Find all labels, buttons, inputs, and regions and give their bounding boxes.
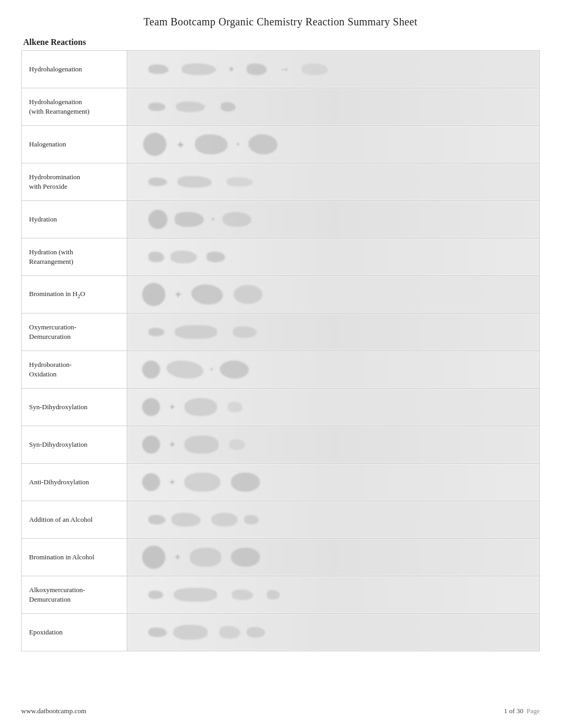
table-row: Alkoxymercuration-Demurcuration: [22, 576, 540, 614]
reaction-diagram: [127, 163, 540, 201]
reaction-diagram: + +: [127, 126, 540, 163]
reaction-diagram: [127, 576, 540, 614]
table-row: Anti-Dihydroxylation +: [22, 464, 540, 501]
diagram-8: [127, 314, 539, 351]
reaction-label-addition-alcohol: Addition of an Alcohol: [22, 501, 127, 539]
reaction-label: Hydration: [22, 201, 127, 238]
diagram-11: +: [127, 426, 539, 463]
reaction-diagram: +: [127, 276, 540, 314]
table-row: Hydration (withRearrangement): [22, 238, 540, 276]
section-heading: Alkene Reactions: [23, 38, 540, 47]
reaction-diagram: [127, 88, 540, 126]
diagram-12: +: [127, 464, 539, 501]
reaction-label: Anti-Dihydroxylation: [22, 464, 127, 501]
reaction-diagram: +: [127, 201, 540, 238]
diagram-1: + →: [127, 51, 539, 88]
reaction-label: Oxymercuration-Demurcuration: [22, 314, 127, 351]
page-title: Team Bootcamp Organic Chemistry Reaction…: [21, 16, 540, 28]
diagram-9: +: [127, 351, 539, 388]
diagram-13: [127, 501, 539, 538]
reaction-diagram: +: [127, 539, 540, 576]
reaction-label: Bromination in Alcohol: [22, 539, 127, 576]
reaction-diagram: [127, 614, 540, 651]
diagram-10: +: [127, 389, 539, 426]
page-label: Page: [527, 707, 540, 715]
reactions-table: Hydrohalogenation + → Hydrohalogenation(…: [21, 50, 540, 651]
reaction-label: Hydrohalogenation(with Rearrangement): [22, 88, 127, 126]
diagram-2: [127, 88, 539, 125]
reaction-diagram: +: [127, 426, 540, 464]
diagram-6: [127, 238, 539, 275]
table-row: Syn-Dihydroxylation +: [22, 389, 540, 426]
diagram-5: +: [127, 201, 539, 238]
diagram-4: [127, 163, 539, 200]
reaction-label: Hydration (withRearrangement): [22, 238, 127, 276]
reaction-diagram: + →: [127, 51, 540, 88]
table-row: Epoxidation: [22, 614, 540, 651]
reaction-diagram: [127, 501, 540, 539]
table-row: Hydrohalogenation + →: [22, 51, 540, 88]
page-footer: www.datbootcamp.com 1 of 30 Page: [21, 707, 540, 715]
diagram-7: +: [127, 276, 539, 313]
reaction-diagram: [127, 238, 540, 276]
page-number: 1 of 30: [504, 707, 523, 715]
diagram-14: +: [127, 539, 539, 576]
reaction-label: Syn-Dihydroxylation: [22, 389, 127, 426]
table-row: Addition of an Alcohol: [22, 501, 540, 539]
reaction-diagram: +: [127, 351, 540, 389]
table-row: Bromination in H2O +: [22, 276, 540, 314]
table-row: Hydrohalogenation(with Rearrangement): [22, 88, 540, 126]
table-row: Hydration +: [22, 201, 540, 238]
table-row: Syn-Dihydroxylation +: [22, 426, 540, 464]
footer-url: www.datbootcamp.com: [21, 707, 86, 715]
reaction-label: Alkoxymercuration-Demurcuration: [22, 576, 127, 614]
diagram-15: [127, 576, 539, 613]
table-row: Oxymercuration-Demurcuration: [22, 314, 540, 351]
page-container: Team Bootcamp Organic Chemistry Reaction…: [0, 0, 561, 728]
table-row: Hydroboration-Oxidation +: [22, 351, 540, 389]
table-row: Halogenation + +: [22, 126, 540, 163]
reaction-label: Halogenation: [22, 126, 127, 163]
diagram-16: [127, 614, 539, 651]
reaction-label: Hydrohalogenation: [22, 51, 127, 88]
reaction-label: Bromination in H2O: [22, 276, 127, 314]
reaction-diagram: +: [127, 389, 540, 426]
reaction-label: Hydrobrominationwith Peroxide: [22, 163, 127, 201]
reaction-label: Epoxidation: [22, 614, 127, 651]
reaction-label: Hydroboration-Oxidation: [22, 351, 127, 389]
table-row: Bromination in Alcohol +: [22, 539, 540, 576]
table-row: Hydrobrominationwith Peroxide: [22, 163, 540, 201]
reaction-diagram: [127, 314, 540, 351]
diagram-3: + +: [127, 126, 539, 163]
reaction-diagram: +: [127, 464, 540, 501]
reaction-label: Syn-Dihydroxylation: [22, 426, 127, 464]
footer-page-info: 1 of 30 Page: [504, 707, 540, 715]
